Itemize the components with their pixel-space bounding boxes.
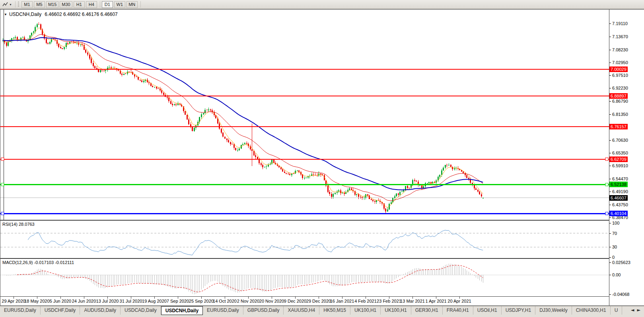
hline-handle[interactable]: [605, 158, 608, 160]
chart-tab-uk100-h1[interactable]: UK100,H1: [350, 306, 381, 315]
chart-tab-gbpusd-daily[interactable]: GBPUSD,Daily: [243, 306, 284, 315]
axis-tick-mark: [609, 275, 611, 275]
top-toolbar: ▼ M1M5M15M30H1H4D1W1MN: [0, 0, 644, 9]
axis-tick-mark: [609, 257, 611, 258]
axis-tick-mark: [609, 166, 611, 166]
chart-tab-xauusd-h4[interactable]: XAUUSD,H4: [284, 306, 319, 315]
panel-separator[interactable]: [0, 296, 609, 297]
axis-tick-mark: [609, 262, 611, 263]
rsi-line: [28, 230, 483, 255]
macd-indicator-label: MACD(12,26,9) -0.017103 -0.012111: [2, 260, 74, 265]
hline-handle[interactable]: [1, 212, 4, 215]
chart-tab-usdcnh-daily[interactable]: USDCNH,Daily: [161, 306, 203, 315]
price-line-label: 6.52138: [609, 182, 628, 187]
price-axis-label: 6.49190: [612, 189, 628, 194]
timeframe-button-group: M1M5M15M30H1H4D1W1MN: [21, 1, 142, 8]
price-axis-label: 6.59910: [612, 163, 628, 168]
price-axis-label: 6.70630: [612, 138, 628, 143]
macd-signal-line: [17, 265, 483, 292]
price-axis-label: 6.97510: [612, 73, 628, 78]
axis-tick-mark: [609, 179, 611, 179]
axis-tick-mark: [609, 37, 611, 37]
chevron-down-icon[interactable]: ▼: [9, 3, 12, 6]
timeframe-button-w1[interactable]: W1: [114, 1, 125, 8]
hline-handle[interactable]: [605, 212, 608, 215]
panel-separator[interactable]: [0, 220, 609, 221]
moving-average-slow: [3, 37, 483, 190]
chart-tab-dj30-weekly[interactable]: DJ30,Weekly: [535, 306, 572, 315]
rsi-indicator-label: RSI(14) 28.0763: [2, 222, 35, 227]
current-price-label: 6.46607: [609, 195, 628, 201]
price-axis-label: 7.19110: [612, 21, 628, 26]
axis-tick-mark: [609, 192, 611, 192]
price-axis-label: 7.02950: [612, 60, 628, 65]
toolbar-grip[interactable]: [18, 2, 19, 8]
hline-handle[interactable]: [1, 183, 4, 186]
chart-tab-hk50-m15[interactable]: HK50,M15: [319, 306, 350, 315]
axis-tick-mark: [609, 247, 611, 247]
chart-tab-usdcad-daily[interactable]: USDCAD,Daily: [121, 306, 161, 315]
timeframe-button-mn[interactable]: MN: [126, 1, 138, 8]
moving-average-fast: [3, 28, 483, 207]
chart-tab-u[interactable]: U: [611, 306, 623, 315]
chart-tab-audusd-daily[interactable]: AUDUSD,Daily: [80, 306, 121, 315]
price-line-label: 6.62709: [609, 157, 628, 162]
chart-tab-eurusd-daily[interactable]: EURUSD,Daily: [0, 306, 41, 315]
toolbar-separator: [15, 1, 16, 8]
axis-tick-mark: [609, 23, 611, 24]
price-axis[interactable]: 7.191107.136707.082307.029506.975106.922…: [609, 10, 644, 305]
timeframe-button-m5[interactable]: M5: [34, 1, 45, 8]
price-axis-label: 100: [612, 221, 619, 226]
moving-average-mid: [3, 35, 483, 201]
chart-tab-eurusd-daily[interactable]: EURUSD,Daily: [203, 306, 243, 315]
chart-symbol-label: USDCNH,Daily: [9, 12, 41, 17]
price-axis-label: 6.81350: [612, 112, 628, 117]
chart-window: ▼ USDCNH,Daily 6.46602 6.46692 6.46176 6…: [0, 9, 644, 306]
tab-scroll-controls: ◄►: [631, 306, 644, 313]
timeframe-button-m30[interactable]: M30: [60, 1, 72, 8]
axis-tick-mark: [609, 101, 611, 102]
price-line-label: 6.76157: [609, 124, 628, 129]
price-axis-label: 6.54470: [612, 176, 628, 182]
toolbar-separator: [140, 1, 141, 8]
price-line-label: 6.40104: [609, 211, 628, 216]
tab-scroll-left-icon[interactable]: ◄: [631, 307, 634, 313]
axis-tick-mark: [609, 233, 611, 234]
chart-tab-uk100-h1[interactable]: UK100,H1: [381, 306, 411, 315]
macd-histogram: [3, 264, 483, 294]
timeframe-button-d1[interactable]: D1: [102, 1, 113, 8]
timeframe-button-m1[interactable]: M1: [21, 1, 33, 8]
price-axis-label: 6.92230: [612, 86, 628, 91]
chart-tab-usdchf-daily[interactable]: USDCHF,Daily: [41, 306, 80, 315]
chart-tab-bar: EURUSD,DailyUSDCHF,DailyAUDUSD,DailyUSDC…: [0, 306, 644, 317]
chart-tab-usdjpy-h1[interactable]: USDJPY,H1: [502, 306, 535, 315]
price-axis-label: 7.08230: [612, 47, 628, 53]
axis-tick-mark: [609, 140, 611, 141]
axis-tick-mark: [609, 294, 611, 295]
toolbar-separator: [100, 1, 100, 8]
axis-tick-mark: [609, 63, 611, 63]
price-axis-label: 6.65350: [612, 151, 628, 156]
timeframe-button-h1[interactable]: H1: [74, 1, 85, 8]
price-axis-label: 6.86790: [612, 99, 628, 104]
chart-tab-fra40-h1[interactable]: FRA40,H1: [443, 306, 473, 315]
chart-tab-china300-h1[interactable]: CHINA300,H1: [572, 306, 611, 315]
timeframe-button-m15[interactable]: M15: [46, 1, 58, 8]
chart-tab-usoil-h1[interactable]: USOil,H1: [473, 306, 502, 315]
collapse-triangle-icon[interactable]: ▼: [4, 13, 7, 16]
axis-tick-mark: [609, 217, 611, 218]
panel-separator[interactable]: [0, 258, 609, 259]
chart-title: ▼ USDCNH,Daily 6.46602 6.46692 6.46176 6…: [4, 12, 118, 17]
price-line-label: 6.88897: [609, 93, 628, 99]
price-axis-label: 0.025623: [612, 260, 630, 265]
price-line-label: 7.00029: [609, 67, 628, 72]
price-axis-label: 0.00: [612, 272, 621, 278]
hline-handle[interactable]: [605, 183, 608, 186]
timeframe-button-h4[interactable]: H4: [86, 1, 97, 8]
hline-handle[interactable]: [1, 158, 4, 160]
tab-scroll-right-icon[interactable]: ►: [637, 307, 640, 313]
price-axis-label: 7.13670: [612, 34, 628, 39]
chart-tool-icon[interactable]: [2, 1, 9, 8]
price-axis-label: -0.04068: [612, 292, 629, 297]
chart-tab-ger30-h1[interactable]: GER30,H1: [411, 306, 443, 315]
